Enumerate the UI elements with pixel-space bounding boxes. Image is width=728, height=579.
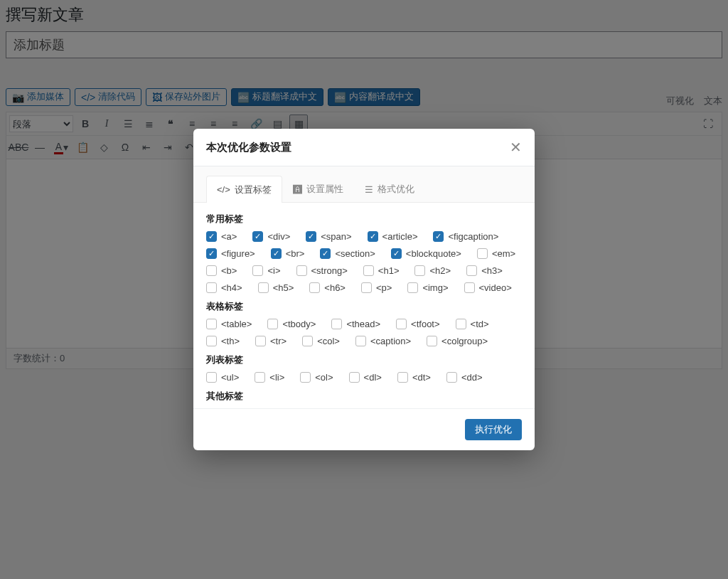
checkbox-item[interactable]: ✓<span> [306, 231, 351, 242]
checkbox[interactable]: ✓ [368, 231, 378, 242]
checkbox[interactable] [355, 336, 366, 346]
checkbox-label: <figcaption> [448, 231, 498, 242]
execute-button[interactable]: 执行优化 [465, 419, 522, 440]
modal-tab-tags[interactable]: </>设置标签 [206, 176, 282, 203]
attribute-icon: 🅰 [293, 184, 302, 195]
checkbox-item[interactable]: <table> [206, 319, 252, 329]
checkbox[interactable] [309, 282, 320, 293]
checkbox-item[interactable]: <em> [477, 248, 515, 259]
checkbox-item[interactable]: <li> [255, 372, 284, 383]
checkbox-item[interactable]: <h4> [206, 282, 242, 293]
checkbox[interactable] [331, 319, 342, 329]
checkbox-item[interactable]: <colgroup> [427, 336, 488, 346]
checkbox[interactable] [206, 282, 217, 293]
checkbox-label: <em> [492, 248, 515, 259]
checkbox-item[interactable]: <h3> [466, 265, 503, 276]
checkbox-item[interactable]: <strong> [296, 265, 348, 276]
checkbox[interactable] [477, 248, 488, 259]
checkbox-item[interactable]: ✓<figure> [206, 248, 255, 259]
checkbox-item[interactable]: ✓<blockquote> [391, 248, 461, 259]
checkbox-label: <ol> [315, 372, 333, 383]
checkbox[interactable]: ✓ [306, 231, 316, 242]
checkbox-item[interactable]: <p> [361, 282, 392, 293]
checkbox[interactable]: ✓ [252, 231, 263, 242]
checkbox[interactable] [255, 372, 265, 383]
checkbox-item[interactable]: <img> [407, 282, 448, 293]
checkbox[interactable] [206, 319, 217, 329]
checkbox[interactable] [464, 282, 475, 293]
checkbox-item[interactable]: <ol> [300, 372, 333, 383]
checkbox-label: <tfoot> [411, 319, 439, 329]
checkbox-item[interactable]: <dl> [349, 372, 382, 383]
checkbox-item[interactable]: ✓<figcaption> [433, 231, 498, 242]
checkbox[interactable] [396, 319, 407, 329]
modal-tab-format[interactable]: ☰格式优化 [354, 176, 425, 202]
checkbox[interactable] [296, 265, 307, 276]
checkbox-item[interactable]: <dd> [446, 372, 483, 383]
checkbox-label: <br> [286, 248, 305, 259]
checkbox[interactable] [252, 265, 263, 276]
checkbox-item[interactable]: <tbody> [267, 319, 316, 329]
checkbox-label: <a> [221, 231, 237, 242]
checkbox-label: <div> [267, 231, 290, 242]
checkbox[interactable] [258, 282, 269, 293]
checkbox-item[interactable]: <dt> [397, 372, 431, 383]
checkbox-item[interactable]: <thead> [331, 319, 380, 329]
checkbox-item[interactable]: <caption> [355, 336, 411, 346]
checkbox-item[interactable]: <th> [206, 336, 240, 346]
close-button[interactable]: ✕ [510, 139, 522, 156]
checkbox[interactable]: ✓ [206, 231, 217, 242]
checkbox-label: <article> [382, 231, 418, 242]
checkbox-item[interactable]: <col> [302, 336, 340, 346]
checkbox-item[interactable]: <h2> [414, 265, 451, 276]
checkbox-item[interactable]: <h5> [258, 282, 294, 293]
group-table-title: 表格标签 [206, 300, 522, 313]
checkbox-item[interactable]: ✓<br> [271, 248, 305, 259]
checkbox[interactable] [300, 372, 311, 383]
checkbox-item[interactable]: ✓<div> [252, 231, 290, 242]
checkbox-item[interactable]: <h6> [309, 282, 346, 293]
checkbox[interactable] [206, 265, 217, 276]
checkbox-item[interactable]: ✓<article> [368, 231, 418, 242]
checkbox-label: <h4> [221, 282, 242, 293]
checkbox-item[interactable]: ✓<a> [206, 231, 237, 242]
checkbox[interactable]: ✓ [206, 248, 217, 259]
checkbox[interactable] [206, 372, 217, 383]
checkbox[interactable] [302, 336, 313, 346]
checkbox[interactable] [361, 282, 372, 293]
checkbox[interactable]: ✓ [320, 248, 331, 259]
modal-overlay: 本次优化参数设置 ✕ </>设置标签 🅰设置属性 ☰格式优化 常用标签 ✓<a>… [0, 0, 728, 579]
checkbox-label: <i> [267, 265, 280, 276]
checkbox-item[interactable]: <td> [456, 319, 489, 329]
checkbox[interactable] [255, 336, 266, 346]
checkbox[interactable]: ✓ [391, 248, 402, 259]
format-icon: ☰ [365, 184, 373, 195]
checkbox[interactable] [267, 319, 278, 329]
modal-title: 本次优化参数设置 [206, 141, 291, 154]
checkbox[interactable] [397, 372, 408, 383]
checkbox-label: <span> [321, 231, 351, 242]
checkbox[interactable] [446, 372, 457, 383]
checkbox[interactable] [407, 282, 418, 293]
checkbox[interactable] [349, 372, 360, 383]
checkbox-item[interactable]: ✓<section> [320, 248, 375, 259]
checkbox[interactable] [466, 265, 477, 276]
checkbox[interactable] [206, 336, 217, 346]
checkbox-label: <table> [221, 319, 252, 329]
checkbox[interactable]: ✓ [271, 248, 282, 259]
checkbox[interactable] [414, 265, 425, 276]
checkbox-item[interactable]: <tr> [255, 336, 287, 346]
checkbox[interactable] [427, 336, 437, 346]
checkbox[interactable] [456, 319, 466, 329]
modal-tab-attrs[interactable]: 🅰设置属性 [282, 176, 354, 202]
checkbox[interactable] [363, 265, 374, 276]
checkbox[interactable]: ✓ [433, 231, 444, 242]
checkbox-item[interactable]: <video> [464, 282, 512, 293]
checkbox-label: <dl> [364, 372, 382, 383]
checkbox-item[interactable]: <ul> [206, 372, 239, 383]
checkbox-item[interactable]: <tfoot> [396, 319, 439, 329]
checkbox-item[interactable]: <i> [252, 265, 280, 276]
checkbox-item[interactable]: <h1> [363, 265, 400, 276]
checkbox-label: <img> [422, 282, 448, 293]
checkbox-item[interactable]: <b> [206, 265, 237, 276]
